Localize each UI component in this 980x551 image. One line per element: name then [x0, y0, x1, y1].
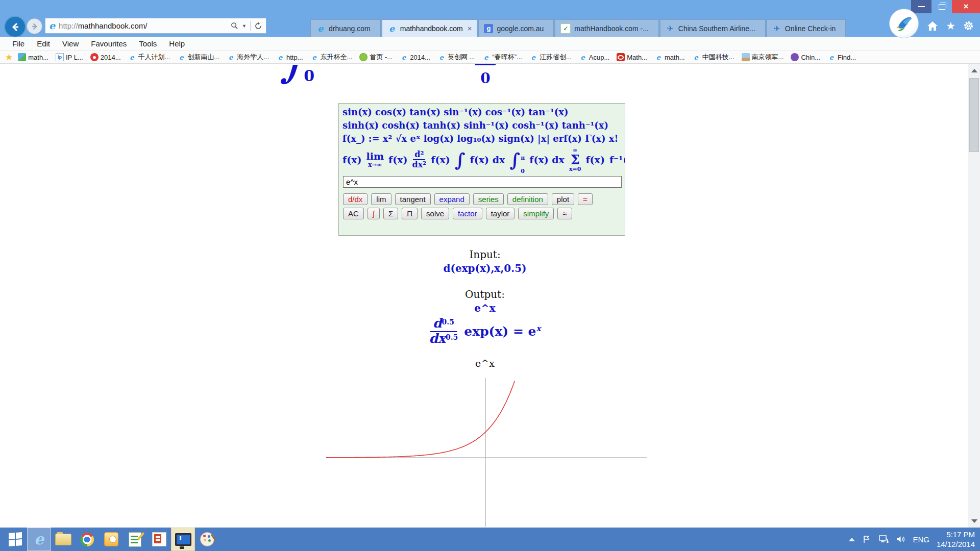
definite-integral-operator[interactable]: ∫ π0 — [509, 151, 525, 169]
close-button[interactable]: × — [952, 0, 980, 13]
math-action-button[interactable]: taylor — [486, 208, 515, 219]
favorites-item[interactable]: Acup... — [579, 53, 609, 61]
favorites-icon[interactable]: ★ — [946, 20, 955, 31]
math-action-button[interactable]: plot — [552, 193, 574, 205]
favorites-item[interactable]: Find... — [827, 53, 856, 61]
gear-icon[interactable] — [963, 20, 974, 31]
second-derivative-operator[interactable]: d² dx² — [412, 150, 427, 170]
favorites-item[interactable]: 海外学人... — [227, 53, 269, 62]
limit-operator[interactable]: lim x→∞ — [366, 152, 384, 168]
browser-tab[interactable]: mathHandbook.com -... — [555, 19, 659, 37]
menu-item[interactable]: Tools — [133, 39, 163, 48]
favorites-item[interactable]: math... — [18, 53, 48, 61]
menu-item[interactable]: Edit — [31, 39, 56, 48]
forward-button[interactable] — [27, 18, 42, 34]
clock[interactable]: 5:17 PM 14/12/2014 — [937, 530, 975, 549]
math-action-button[interactable]: expand — [434, 193, 470, 205]
browser-tab[interactable]: drhuang.com — [310, 19, 381, 37]
summation-operator[interactable]: ∞ Σ x=0 — [569, 147, 581, 172]
minimize-button[interactable] — [911, 0, 932, 13]
fx-token[interactable]: f(x) — [431, 153, 450, 166]
favorites-item[interactable]: math... — [654, 53, 685, 61]
favorites-item[interactable]: 江苏省创... — [529, 53, 572, 62]
restore-button[interactable] — [932, 0, 952, 13]
network-icon[interactable] — [878, 535, 889, 544]
menu-item[interactable]: File — [6, 39, 31, 48]
math-action-button[interactable]: series — [473, 193, 504, 205]
menu-item[interactable]: Favourites — [85, 39, 133, 48]
fx-token[interactable]: f(x) — [342, 153, 361, 166]
math-action-button[interactable]: ∫ — [368, 208, 380, 219]
taskbar-paint[interactable] — [195, 528, 219, 551]
taskbar-chrome[interactable] — [75, 528, 99, 551]
tray-expand-icon[interactable] — [849, 538, 855, 541]
favorites-item[interactable]: Math... — [617, 53, 647, 61]
favorites-item[interactable]: 英创网 ... — [437, 53, 475, 62]
taskbar-display-switch[interactable] — [171, 528, 195, 551]
vertical-scrollbar[interactable] — [968, 64, 980, 528]
taskbar-file-explorer[interactable] — [51, 528, 75, 551]
math-action-button[interactable]: = — [578, 193, 593, 205]
favorites-star-icon[interactable]: ★ — [5, 53, 13, 62]
taskbar-powerpoint[interactable] — [147, 528, 171, 551]
favorites-item[interactable]: http... — [276, 53, 303, 61]
math-action-button[interactable]: definition — [507, 193, 548, 205]
math-action-button[interactable]: Π — [402, 208, 418, 219]
indefinite-integral-operator[interactable]: ∫ — [455, 151, 465, 169]
math-action-button[interactable]: lim — [371, 193, 391, 205]
address-dropdown-icon[interactable]: ▼ — [242, 23, 247, 29]
speaker-icon[interactable] — [896, 535, 905, 544]
math-action-button[interactable]: factor — [453, 208, 482, 219]
favorites-item[interactable]: 南京领军... — [742, 53, 784, 62]
taskbar-editor[interactable] — [123, 528, 147, 551]
scrollbar-thumb[interactable] — [969, 78, 979, 152]
back-button[interactable] — [4, 16, 26, 38]
fx-dx-token[interactable]: f(x) dx — [470, 153, 505, 166]
fx-token[interactable]: f(x) — [388, 153, 407, 166]
scroll-down-button[interactable] — [968, 514, 980, 528]
math-action-button[interactable]: solve — [421, 208, 449, 219]
browser-tab[interactable]: mathhandbook.com × — [382, 19, 478, 37]
favorites-item[interactable]: “春晖杯”... — [482, 53, 522, 62]
address-bar[interactable]: e http://mathhandbook.com/ ▼ — [45, 18, 266, 34]
start-button[interactable] — [3, 528, 27, 551]
basic-functions-row[interactable]: f(x_) := x² √x eˣ log(x) log₁₀(x) sign(x… — [342, 132, 621, 145]
trig-functions-row[interactable]: sin(x) cos(x) tan(x) sin⁻¹(x) cos⁻¹(x) t… — [342, 106, 621, 119]
url-text[interactable]: http://mathhandbook.com/ — [59, 21, 147, 30]
favorites-item[interactable]: 中国科技... — [692, 53, 734, 62]
search-icon[interactable] — [231, 22, 238, 30]
scroll-up-button[interactable] — [968, 64, 980, 77]
browser-tab[interactable]: China Southern Airline... — [660, 19, 766, 37]
favorites-item[interactable]: 创新南山... — [177, 53, 219, 62]
math-action-button[interactable]: ≈ — [557, 208, 572, 219]
hyperbolic-functions-row[interactable]: sinh(x) cosh(x) tanh(x) sinh⁻¹(x) cosh⁻¹… — [342, 119, 621, 132]
favorites-item[interactable]: 千人计划... — [128, 53, 170, 62]
math-action-button[interactable]: Σ — [383, 208, 398, 219]
calculus-operators-row[interactable]: f(x) lim x→∞ f(x) d² dx² f(x) ∫ f(x) dx … — [342, 145, 621, 174]
browser-tab[interactable]: google.com.au — [478, 19, 554, 37]
fx-dx-token[interactable]: f(x) dx — [529, 153, 565, 166]
favorites-item[interactable]: 2014... — [400, 53, 430, 61]
favorites-item[interactable]: 首页 -... — [359, 53, 393, 62]
fx-token[interactable]: f(x) — [585, 153, 604, 166]
math-action-button[interactable]: tangent — [395, 193, 431, 205]
taskbar-internet-explorer[interactable]: e — [27, 528, 51, 551]
favorites-item[interactable]: 东升杯全... — [310, 53, 353, 62]
math-action-button[interactable]: AC — [343, 208, 364, 219]
favorites-item[interactable]: IP L... — [56, 53, 83, 61]
favorites-item[interactable]: 2014... — [90, 53, 121, 61]
expression-input[interactable] — [343, 176, 622, 188]
flag-icon[interactable] — [862, 535, 871, 544]
math-action-button[interactable]: simplify — [518, 208, 554, 219]
refresh-icon[interactable] — [254, 22, 262, 30]
home-icon[interactable] — [927, 21, 938, 31]
tab-close-icon[interactable]: × — [468, 24, 472, 33]
favorites-item[interactable]: Chin... — [791, 53, 820, 61]
math-action-button[interactable]: d/dx — [343, 193, 368, 205]
inverse-function-token[interactable]: f⁻¹(x) — [609, 153, 625, 166]
menu-item[interactable]: View — [56, 39, 85, 48]
menu-item[interactable]: Help — [163, 39, 191, 48]
browser-tab[interactable]: Online Check-in — [767, 19, 846, 37]
taskbar-outlook[interactable] — [99, 528, 123, 551]
language-indicator[interactable]: ENG — [913, 535, 929, 544]
